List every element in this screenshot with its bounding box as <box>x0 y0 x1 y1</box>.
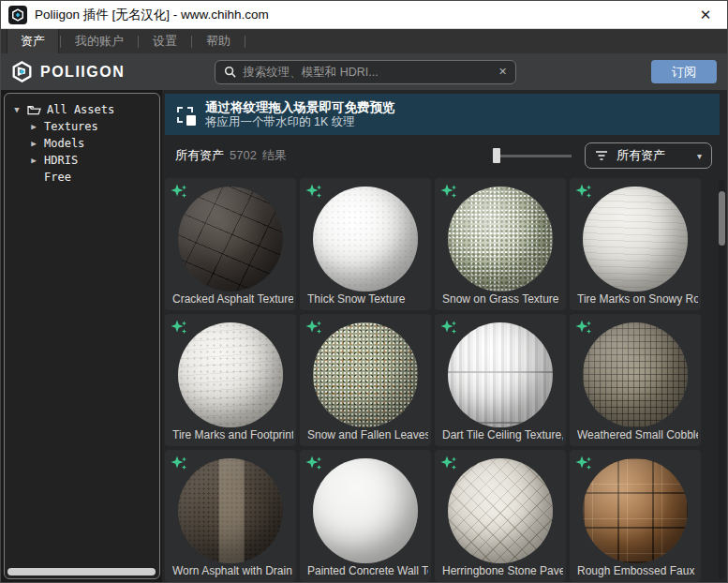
search-input[interactable] <box>243 66 492 79</box>
asset-tree: ▼All Assets▶Textures▶Models▶HDRISFree <box>4 93 160 579</box>
asset-title: Thick Snow Texture <box>307 292 428 306</box>
asset-preview-sphere <box>313 322 418 427</box>
chevron-down-icon: ▾ <box>697 151 702 161</box>
asset-preview-sphere <box>583 322 688 427</box>
sidebar: ▼All Assets▶Textures▶Models▶HDRISFree <box>1 90 162 582</box>
asset-card[interactable]: Weathered Small Cobbles... <box>570 314 701 446</box>
menu-tab-account[interactable]: 我的账户 <box>62 29 137 53</box>
plugin-window: Poliigon 插件 [无名汉化] - www.chihh.com ✕ 资产我… <box>0 0 728 583</box>
banner-text: 通过将纹理拖入场景即可免费预览 将应用一个带水印的 1K 纹理 <box>205 99 395 129</box>
folder-icon <box>27 104 41 115</box>
results-count: 5702 <box>230 148 257 162</box>
menu-tab-help[interactable]: 帮助 <box>193 29 244 53</box>
banner-title: 通过将纹理拖入场景即可免费预览 <box>205 99 395 115</box>
asset-preview-sphere <box>178 187 283 292</box>
sidebar-hscrollbar-track[interactable] <box>7 568 156 576</box>
filter-selected-value: 所有资产 <box>617 147 689 164</box>
asset-preview-sphere <box>583 458 688 563</box>
asset-card[interactable]: Tire Marks and Footprints... <box>165 314 296 446</box>
asset-preview-sphere <box>583 187 688 292</box>
grid-scrollbar-thumb[interactable] <box>719 191 725 246</box>
expand-arrow-icon[interactable]: ▶ <box>29 122 38 131</box>
results-bar: 所有资产 5702 结果 所有资产 <box>165 135 727 176</box>
collapse-arrow-icon[interactable]: ▼ <box>12 105 22 114</box>
poliigon-hexagon-icon <box>11 61 33 82</box>
subscribe-button[interactable]: 订阅 <box>651 60 717 83</box>
asset-title: Cracked Asphalt Texture <box>172 292 293 306</box>
premium-sparkle-icon <box>305 183 325 203</box>
drag-drop-icon <box>177 107 193 123</box>
menu-separator <box>245 36 245 48</box>
preview-banner: 通过将纹理拖入场景即可免费预览 将应用一个带水印的 1K 纹理 <box>165 94 720 135</box>
asset-title: Tire Marks and Footprints... <box>172 428 293 441</box>
premium-sparkle-icon <box>574 319 595 339</box>
banner-subtitle: 将应用一个带水印的 1K 纹理 <box>205 115 395 129</box>
asset-title: Rough Embossed Faux M... <box>577 564 698 577</box>
asset-card[interactable]: Snow and Fallen Leaves o... <box>300 314 431 446</box>
asset-filter-dropdown[interactable]: 所有资产 ▾ <box>585 142 712 169</box>
sidebar-item-label: Models <box>44 137 84 150</box>
header-bar: POLIIGON ✕ 订阅 <box>1 53 727 90</box>
sidebar-item-all-assets[interactable]: ▼All Assets <box>8 101 156 118</box>
body: ▼All Assets▶Textures▶Models▶HDRISFree 通过… <box>1 90 727 582</box>
expand-arrow-icon[interactable]: ▶ <box>29 139 38 148</box>
main-panel: 通过将纹理拖入场景即可免费预览 将应用一个带水印的 1K 纹理 所有资产 570… <box>162 90 727 582</box>
menu-separator <box>191 36 192 48</box>
asset-card[interactable]: Thick Snow Texture <box>300 178 431 310</box>
slider-track <box>493 155 572 157</box>
brand-logo: POLIIGON <box>11 61 125 82</box>
asset-preview-sphere <box>313 187 418 292</box>
asset-card[interactable]: Worn Asphalt with Drain I... <box>165 450 296 582</box>
asset-preview-sphere <box>448 322 553 427</box>
search-box[interactable]: ✕ <box>215 60 516 84</box>
premium-sparkle-icon <box>170 455 190 475</box>
asset-preview-sphere <box>178 458 283 563</box>
asset-title: Worn Asphalt with Drain I... <box>172 564 293 577</box>
premium-sparkle-icon <box>439 183 460 203</box>
asset-card[interactable]: Dart Tile Ceiling Texture, ... <box>435 314 566 446</box>
asset-title: Weathered Small Cobbles... <box>577 428 698 441</box>
expand-arrow-icon[interactable]: ▶ <box>29 156 38 165</box>
app-logo-icon <box>8 6 27 24</box>
close-icon[interactable]: ✕ <box>691 3 720 27</box>
menu-tab-assets[interactable]: 资产 <box>7 29 59 53</box>
asset-preview-sphere <box>178 322 283 427</box>
menu-tab-settings[interactable]: 设置 <box>140 29 190 53</box>
search-icon <box>224 66 236 78</box>
sidebar-item-label: Textures <box>44 120 98 133</box>
asset-card[interactable]: Tire Marks on Snowy Roa... <box>570 178 701 310</box>
asset-card[interactable]: Rough Embossed Faux M... <box>570 450 701 582</box>
thumbnail-size-slider[interactable] <box>493 148 572 163</box>
premium-sparkle-icon <box>305 455 325 475</box>
asset-title: Herringbone Stone Paver... <box>442 564 563 577</box>
premium-sparkle-icon <box>170 183 190 203</box>
asset-title: Dart Tile Ceiling Texture, ... <box>442 428 563 441</box>
brand-name: POLIIGON <box>40 64 125 81</box>
sidebar-item-models[interactable]: ▶Models <box>8 135 156 152</box>
asset-title: Painted Concrete Wall Te... <box>307 564 428 577</box>
premium-sparkle-icon <box>574 183 595 203</box>
sidebar-item-hdris[interactable]: ▶HDRIS <box>8 152 156 169</box>
grid-scrollbar-track[interactable] <box>719 180 725 579</box>
premium-sparkle-icon <box>170 319 190 339</box>
results-category: 所有资产 <box>175 147 224 164</box>
asset-card[interactable]: Painted Concrete Wall Te... <box>300 450 431 582</box>
filter-icon <box>595 150 608 161</box>
sidebar-item-textures[interactable]: ▶Textures <box>8 118 156 135</box>
slider-thumb[interactable] <box>493 148 500 163</box>
asset-preview-sphere <box>313 458 418 563</box>
sidebar-item-free[interactable]: Free <box>8 169 156 186</box>
premium-sparkle-icon <box>439 455 460 475</box>
asset-title: Snow on Grass Texture <box>442 292 563 306</box>
sidebar-hscrollbar-thumb[interactable] <box>7 568 156 576</box>
asset-card[interactable]: Herringbone Stone Paver... <box>435 450 566 582</box>
asset-card[interactable]: Snow on Grass Texture <box>435 178 566 310</box>
results-summary: 所有资产 5702 结果 <box>175 147 287 164</box>
asset-card[interactable]: Cracked Asphalt Texture <box>165 178 296 310</box>
asset-title: Tire Marks on Snowy Roa... <box>577 292 698 306</box>
menu-separator <box>60 36 61 48</box>
sidebar-item-label: HDRIS <box>44 154 78 167</box>
search-clear-icon[interactable]: ✕ <box>498 66 507 78</box>
asset-preview-sphere <box>448 187 553 292</box>
tree-items: ▼All Assets▶Textures▶Models▶HDRISFree <box>8 101 156 186</box>
